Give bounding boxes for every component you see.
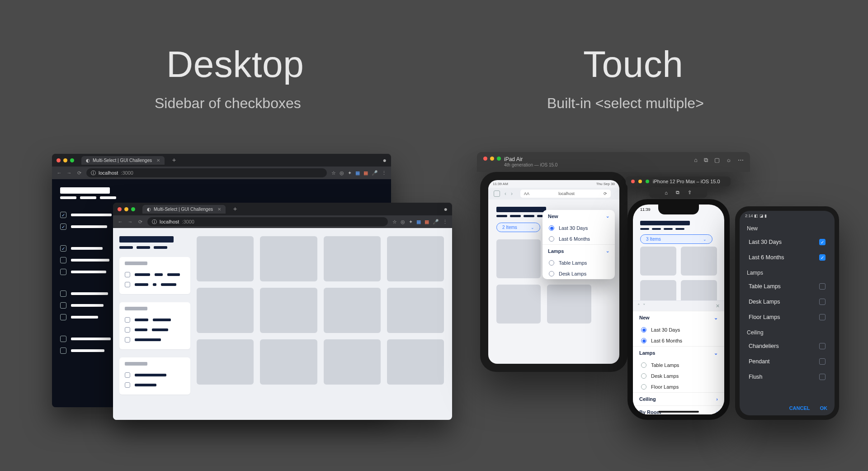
- result-tile[interactable]: [324, 236, 381, 281]
- checkbox-icon[interactable]: [60, 347, 66, 354]
- window-close-icon[interactable]: ●: [444, 205, 448, 213]
- radio-icon[interactable]: [549, 236, 554, 242]
- puzzle-icon[interactable]: ✦: [409, 219, 413, 225]
- more-icon[interactable]: ⋯: [738, 157, 744, 164]
- select-option[interactable]: Table Lamps: [542, 257, 615, 268]
- menu-icon[interactable]: ⋮: [382, 170, 387, 176]
- checkbox-icon[interactable]: [60, 290, 66, 297]
- select-option[interactable]: Last 6 Months: [740, 250, 835, 265]
- checkbox-icon[interactable]: [819, 283, 826, 290]
- select-option[interactable]: Desk Lamps: [633, 371, 724, 381]
- radio-icon[interactable]: [549, 225, 554, 231]
- new-tab-icon[interactable]: ＋: [232, 205, 238, 213]
- checkbox-icon[interactable]: [819, 239, 826, 245]
- checkbox-icon[interactable]: [125, 372, 130, 378]
- checkbox-icon[interactable]: [819, 314, 826, 320]
- checkbox-icon[interactable]: [60, 302, 66, 309]
- menu-icon[interactable]: ⋮: [443, 219, 448, 225]
- appearance-icon[interactable]: ☼: [726, 157, 731, 164]
- chevron-down-icon[interactable]: ⌄: [714, 315, 718, 321]
- ext-icon-1[interactable]: ▦: [355, 170, 360, 176]
- radio-icon[interactable]: [641, 362, 646, 368]
- result-tile[interactable]: [387, 236, 444, 281]
- prev-field-icon[interactable]: ˄: [637, 303, 640, 309]
- zoom-dot[interactable]: [131, 207, 135, 211]
- star-icon[interactable]: ☆: [392, 219, 397, 225]
- select-option[interactable]: Desk Lamps: [740, 294, 835, 309]
- forward-icon[interactable]: →: [127, 219, 133, 224]
- result-tile[interactable]: [387, 339, 444, 385]
- filter-item[interactable]: [125, 335, 185, 345]
- forward-icon[interactable]: ›: [511, 190, 513, 197]
- new-tab-icon[interactable]: ＋: [171, 156, 177, 164]
- select-option[interactable]: Floor Lamps: [740, 309, 835, 325]
- filter-item[interactable]: [125, 370, 185, 380]
- reader-icon[interactable]: AA: [524, 191, 529, 196]
- checkbox-icon[interactable]: [819, 343, 826, 349]
- result-tile[interactable]: [496, 285, 541, 324]
- result-tile[interactable]: [260, 339, 317, 385]
- checkbox-icon[interactable]: [819, 374, 826, 380]
- checkbox-icon[interactable]: [125, 282, 130, 287]
- ipad-select-popover[interactable]: New⌄ Last 30 Days Last 6 Months Lamps⌄ T…: [542, 210, 615, 279]
- back-icon[interactable]: ‹: [505, 190, 506, 197]
- home-icon[interactable]: ⌂: [665, 190, 668, 195]
- checkbox-icon[interactable]: [819, 358, 826, 365]
- home-icon[interactable]: ⌂: [694, 157, 698, 164]
- safari-url[interactable]: AA localhost ⟳: [520, 190, 611, 198]
- window-close-icon[interactable]: ●: [383, 157, 387, 164]
- select-option[interactable]: Table Lamps: [740, 279, 835, 294]
- filter-item[interactable]: [125, 315, 185, 325]
- star-icon[interactable]: ☆: [331, 170, 336, 176]
- radio-icon[interactable]: [641, 338, 646, 343]
- reload-icon[interactable]: ⟳: [76, 170, 82, 176]
- checkbox-icon[interactable]: [60, 224, 66, 230]
- result-tile[interactable]: [387, 288, 444, 333]
- back-icon[interactable]: ←: [57, 170, 62, 176]
- close-tab-icon[interactable]: ✕: [217, 207, 221, 212]
- filter-pill[interactable]: 2 Items ⌄: [496, 223, 540, 232]
- reload-icon[interactable]: ⟳: [604, 191, 607, 196]
- filter-item[interactable]: [125, 325, 185, 335]
- result-tile[interactable]: [197, 288, 254, 333]
- select-option[interactable]: Pendant: [740, 354, 835, 369]
- select-option[interactable]: Last 6 Months: [633, 335, 724, 346]
- minimize-dot[interactable]: [124, 207, 128, 211]
- traffic-lights[interactable]: [118, 207, 135, 211]
- result-tile[interactable]: [197, 339, 254, 385]
- result-tile[interactable]: [496, 239, 541, 278]
- close-dot[interactable]: [57, 158, 61, 162]
- target-icon[interactable]: ◎: [401, 219, 405, 225]
- ok-button[interactable]: OK: [820, 405, 828, 411]
- zoom-dot[interactable]: [70, 158, 74, 162]
- home-indicator[interactable]: [658, 411, 699, 413]
- share-icon[interactable]: ⇪: [688, 190, 692, 195]
- cancel-button[interactable]: CANCEL: [789, 405, 810, 411]
- filter-pill[interactable]: 3 Items ⌄: [640, 234, 712, 244]
- select-option[interactable]: Floor Lamps: [633, 381, 724, 392]
- radio-icon[interactable]: [641, 384, 646, 390]
- checkbox-icon[interactable]: [60, 314, 66, 320]
- checkbox-icon[interactable]: [125, 317, 130, 323]
- site-info-icon[interactable]: ⓘ: [91, 170, 96, 176]
- result-tile[interactable]: [640, 247, 676, 276]
- site-info-icon[interactable]: ⓘ: [152, 219, 157, 225]
- target-icon[interactable]: ◎: [340, 170, 344, 176]
- select-option[interactable]: Last 30 Days: [740, 234, 835, 250]
- checkbox-icon[interactable]: [60, 269, 66, 275]
- filter-item[interactable]: [125, 270, 185, 280]
- browser-tab[interactable]: ◐ Multi-Select | GUI Challenges ✕: [81, 156, 165, 165]
- checkbox-icon[interactable]: [125, 382, 130, 388]
- checkbox-icon[interactable]: [60, 245, 66, 252]
- iphone-select-sheet[interactable]: ˄ ˅ ✕ New⌄ Last 30 Days Last 6 Months La…: [633, 300, 724, 414]
- checkbox-icon[interactable]: [60, 212, 66, 218]
- minimize-dot[interactable]: [63, 158, 67, 162]
- radio-icon[interactable]: [641, 373, 646, 379]
- select-option[interactable]: Flush: [740, 369, 835, 385]
- mic-icon[interactable]: 🎤: [372, 170, 378, 176]
- browser-tab[interactable]: ◐ Multi-Select | GUI Challenges ✕: [142, 205, 226, 214]
- back-icon[interactable]: ←: [118, 219, 123, 224]
- select-option[interactable]: Last 30 Days: [633, 324, 724, 335]
- rotate-icon[interactable]: ▢: [714, 157, 720, 164]
- dismiss-keyboard-icon[interactable]: ✕: [716, 303, 720, 309]
